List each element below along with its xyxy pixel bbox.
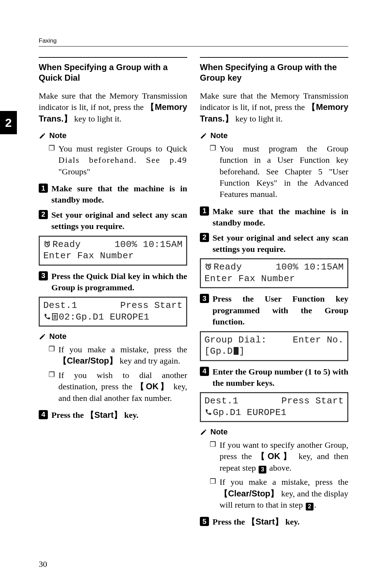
lcd-text: [Gp.D] [204,346,245,357]
text: You must register Groups to Quick [58,144,187,153]
pencil-icon [39,333,46,341]
step-number-icon: 2 [39,210,48,219]
step-number-icon: 3 [39,271,48,280]
step-3: 3 Press the Quick Dial key in which the … [39,271,187,293]
running-header: Faxing [39,37,348,45]
step-4: 4 Press the Start key. [39,409,187,421]
lcd-row: 02:Gp.D1 EUROPE1 [43,311,183,323]
text: If you make a mistake, press the [58,345,187,354]
intro-paragraph: Make sure that the Memory Transmission i… [200,90,348,124]
cursor-icon [234,347,239,355]
lcd-text: Dest.1 [204,395,239,407]
lcd-text: Press Start [120,300,183,311]
lcd-row: Group Dial: Enter No. [204,334,344,346]
ok-key: OK [256,451,294,461]
header-rule [39,46,348,47]
step-2: 2 Set your original and select any scan … [39,209,187,232]
intro-paragraph: Make sure that the Memory Transmission i… [39,90,187,124]
lcd-row: [Gp.D] [204,346,344,357]
step-number-icon: 5 [200,517,209,526]
lcd-text: Gp.D1 EUROPE1 [204,407,286,419]
note-label: Note [49,131,66,141]
lcd-text: Enter Fax Number [204,273,295,285]
lcd-text: Enter Fax Number [43,250,134,262]
lcd-row: Dest.1 Press Start [43,300,183,311]
note-label: Note [210,131,228,141]
text: "Groups" [58,167,90,176]
step-1: 1 Make sure that the machine is in stand… [39,183,187,206]
pencil-icon [39,132,46,140]
step-ref-icon: 3 [259,466,266,474]
lcd-row: Gp.D1 EUROPE1 [204,407,344,419]
step-text: Set your original and select any scan se… [213,232,348,255]
page-number: 30 [39,559,47,570]
step-5: 5 Press the Start key. [200,516,348,527]
lcd-display: Ready 100% 10:15AM Enter Fax Number [200,258,348,288]
text: key to light it. [233,114,283,123]
text: key and try again. [118,356,180,365]
step-text: Set your original and select any scan se… [51,209,187,232]
subheading: When Specifying a Group with the Group k… [200,62,348,83]
page-icon [52,312,58,320]
alarm-icon [204,263,212,271]
step-text: Press the Start key. [51,409,187,421]
lcd-text: 100% 10:15AM [115,239,183,250]
text: key to light it. [72,114,122,123]
lcd-row: Dest.1 Press Start [204,395,344,407]
subhead-rule [39,57,187,58]
pencil-icon [200,428,208,436]
text: Press the [51,410,86,420]
lcd-display: Dest.1 Press Start 02:Gp.D1 EUROPE1 [39,297,187,327]
lcd-text: Ready [204,261,242,273]
step-text: Press the Start key. [213,516,348,527]
step-number-icon: 4 [200,367,209,376]
step-text: Make sure that the machine is in standby… [213,206,348,229]
lcd-text: Enter No. [293,334,344,346]
pencil-icon [200,132,208,140]
lcd-display: Ready 100% 10:15AM Enter Fax Number [39,236,187,266]
step-3: 3 Press the User Function key programmed… [200,293,348,327]
subheading: When Specifying a Group with a Quick Dia… [39,62,187,83]
step-number-icon: 1 [39,184,48,193]
chapter-tab: 2 [0,111,17,134]
step-2: 2 Set your original and select any scan … [200,232,348,255]
start-key: Start [86,410,122,420]
note-list: You must register Groups to Quick Dials … [39,143,187,177]
lcd-text: Group Dial: [204,334,267,346]
note-list: If you want to specify another Group, pr… [200,439,348,511]
step-number-icon: 2 [200,233,209,242]
note-item: If you wish to dial another destination,… [49,370,187,404]
note-list: If you make a mistake, press the Clear/S… [39,344,187,404]
step-ref-icon: 2 [306,503,314,510]
text: above. [267,463,291,472]
note-label: Note [49,332,66,342]
step-number-icon: 4 [39,410,48,419]
text: Dials beforehand. See p.49 [58,155,187,165]
clear-stop-key: Clear/Stop [58,356,118,365]
lcd-text: Press Start [281,395,344,407]
start-key: Start [247,517,283,526]
text: Press the [213,517,247,526]
note-item: If you make a mistake, press the Clear/S… [49,344,187,367]
note-item: If you make a mistake, press the Clear/S… [210,476,348,510]
content-columns: When Specifying a Group with a Quick Dia… [39,57,348,531]
note-heading: Note [39,332,187,342]
phone-icon [43,312,51,320]
step-4: 4 Enter the Group number (1 to 5) with t… [200,366,348,389]
lcd-text: Dest.1 [43,300,77,311]
text: If you make a mistake, press the [220,477,348,487]
note-item: If you want to specify another Group, pr… [210,439,348,474]
note-heading: Note [39,131,187,141]
text: key. [122,410,139,420]
lcd-text: Ready [43,239,81,250]
lcd-row: Enter Fax Number [204,273,344,285]
step-1: 1 Make sure that the machine is in stand… [200,206,348,229]
note-item: You must program the Group function in a… [210,143,348,200]
text: . [314,500,316,509]
lcd-row: Ready 100% 10:15AM [43,239,183,250]
clear-stop-key: Clear/Stop [220,489,279,498]
ok-key: OK [136,382,170,391]
phone-icon [204,408,212,416]
lcd-row: Enter Fax Number [43,250,183,262]
alarm-icon [43,240,51,248]
